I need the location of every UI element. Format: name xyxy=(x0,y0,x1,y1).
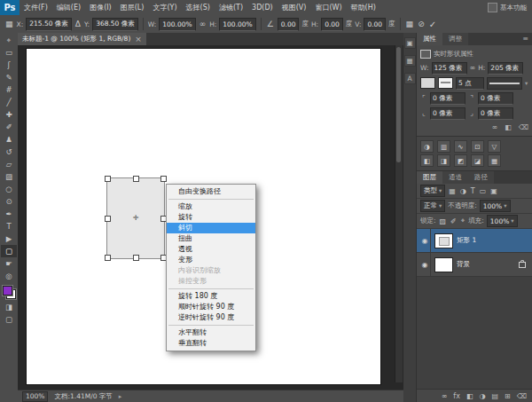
cm-perspective[interactable]: 透视 xyxy=(167,244,255,255)
menu-filter[interactable]: 滤镜(T) xyxy=(215,0,247,15)
type-tool[interactable]: T xyxy=(1,220,17,233)
tab-paths[interactable]: 路径 xyxy=(468,171,494,184)
relative-position-delta-icon[interactable]: Δ xyxy=(74,20,82,28)
cm-rotate-180[interactable]: 旋转 180 度 xyxy=(167,291,255,302)
adjustment-vibrance-icon[interactable]: ▽ xyxy=(488,140,501,153)
opacity-select[interactable]: 100% ▾ xyxy=(480,200,511,212)
hand-tool[interactable]: ☛ xyxy=(1,257,17,270)
close-tab-icon[interactable]: × xyxy=(135,35,142,43)
menu-view[interactable]: 视图(V) xyxy=(278,0,311,15)
layer-thumbnail[interactable] xyxy=(434,257,453,272)
link-dimensions-icon[interactable]: ∞ xyxy=(470,64,476,72)
cm-flip-vertical[interactable]: 垂直翻转 xyxy=(167,338,255,349)
layer-filter-select[interactable]: 类型 ▾ xyxy=(420,185,445,197)
filter-shape-layers-icon[interactable]: ▭ xyxy=(479,187,488,195)
menu-layer[interactable]: 图层(L) xyxy=(116,0,149,15)
menu-select[interactable]: 选择(S) xyxy=(182,0,215,15)
document-tab[interactable]: 未标题-1 @ 100% (矩形 1, RGB/8) × xyxy=(18,33,146,45)
menu-window[interactable]: 窗口(W) xyxy=(310,0,346,15)
cancel-transform-icon[interactable]: ⊘ xyxy=(417,20,426,28)
cm-rotate-90-ccw[interactable]: 逆时针旋转 90 度 xyxy=(167,312,255,323)
adjustment-channel-mixer-icon[interactable]: ▦ xyxy=(488,154,501,167)
adjustment-curves-icon[interactable]: ∿ xyxy=(454,140,467,153)
shape-width-field[interactable]: 125 像素 xyxy=(432,62,467,75)
adjustment-black-white-icon[interactable]: ◩ xyxy=(454,154,467,167)
vskew-field[interactable]: 0.00 xyxy=(364,18,386,31)
eraser-tool[interactable]: ▱ xyxy=(1,158,17,170)
radius-bl-field[interactable]: 0 像素 xyxy=(430,107,466,120)
tab-adjustments[interactable]: 调整 xyxy=(442,33,468,45)
shape-stroke-swatch[interactable] xyxy=(438,77,453,89)
adjustment-brightness-contrast-icon[interactable]: ◑ xyxy=(420,140,434,153)
quick-selection-tool[interactable]: ✎ xyxy=(1,71,17,83)
brush-tool[interactable]: ✐ xyxy=(1,121,17,133)
filter-adjustment-layers-icon[interactable]: ◑ xyxy=(459,187,467,195)
reset-button-icon[interactable]: ⌫ xyxy=(519,123,528,131)
transform-bounding-box[interactable]: ✛ xyxy=(106,177,165,259)
zoom-level-field[interactable]: 100% xyxy=(22,391,48,402)
filter-pixel-layers-icon[interactable]: ▦ xyxy=(448,187,457,195)
adjustment-exposure-icon[interactable]: ⊡ xyxy=(471,140,484,153)
vertical-scrollbar[interactable] xyxy=(395,45,403,382)
layer-name[interactable]: 背景 xyxy=(457,260,470,269)
move-tool[interactable]: ⌖ xyxy=(1,34,17,46)
swatches-panel-icon[interactable]: ▦ xyxy=(404,55,416,67)
scrollbar-thumb[interactable] xyxy=(396,47,401,162)
workspace-switcher[interactable]: 基本功能 xyxy=(488,3,527,12)
transform-handle-sw[interactable] xyxy=(105,255,111,261)
layer-row-background[interactable]: ◉ 背景 xyxy=(417,253,532,277)
mask-button-icon[interactable]: ◧ xyxy=(505,123,512,131)
fill-select[interactable]: 100% ▾ xyxy=(487,215,518,227)
new-group-icon[interactable]: ▤ xyxy=(491,392,498,400)
reference-point-locator-icon[interactable]: ▦ xyxy=(4,20,14,28)
visibility-eye-icon[interactable]: ◉ xyxy=(419,253,431,276)
transform-x-field[interactable]: 215.50 像素 xyxy=(26,18,72,31)
cm-rotate-90-cw[interactable]: 顺时针旋转 90 度 xyxy=(167,302,255,312)
menu-type[interactable]: 文字(Y) xyxy=(148,0,181,15)
lock-transparent-pixels-icon[interactable]: ▨ xyxy=(439,217,448,225)
transform-h-field[interactable]: 100.00% xyxy=(219,18,255,31)
healing-brush-tool[interactable]: ✚ xyxy=(1,108,17,121)
clone-stamp-tool[interactable]: ♟ xyxy=(1,133,17,146)
transform-handle-w[interactable] xyxy=(105,216,111,222)
transform-y-field[interactable]: 368.50 像素 xyxy=(92,18,138,31)
transform-handle-s[interactable] xyxy=(133,255,139,261)
transform-handle-nw[interactable] xyxy=(105,176,111,182)
screen-mode-icon[interactable]: ▢ xyxy=(1,313,17,326)
blur-tool[interactable]: ○ xyxy=(1,183,17,195)
transform-reference-point[interactable]: ✛ xyxy=(133,215,139,222)
tab-channels[interactable]: 通道 xyxy=(442,171,468,184)
path-selection-tool[interactable]: ▶ xyxy=(1,233,17,245)
adjustment-photo-filter-icon[interactable]: ◪ xyxy=(471,154,484,167)
quick-mask-mode-icon[interactable]: ◨ xyxy=(1,301,17,313)
adjustment-hue-saturation-icon[interactable]: ◧ xyxy=(420,154,434,167)
crop-tool[interactable]: # xyxy=(1,83,17,96)
radius-br-field[interactable]: 0 像素 xyxy=(478,107,513,120)
new-adjustment-layer-icon[interactable]: ◑ xyxy=(479,392,485,400)
lasso-tool[interactable]: ʃ xyxy=(1,59,17,71)
filter-smart-objects-icon[interactable]: ▣ xyxy=(489,187,498,195)
stroke-type-select[interactable] xyxy=(487,77,522,90)
radius-tl-field[interactable]: 0 像素 xyxy=(430,92,466,105)
filter-type-layers-icon[interactable]: T xyxy=(470,187,476,195)
add-layer-mask-icon[interactable]: ◧ xyxy=(466,392,473,400)
lock-position-icon[interactable]: ⌖ xyxy=(460,217,466,225)
shape-fill-swatch[interactable] xyxy=(420,77,435,89)
adjustment-levels-icon[interactable]: ▥ xyxy=(437,140,450,153)
layer-row-rectangle-1[interactable]: ◉ 矩形 1 xyxy=(417,229,532,253)
menu-edit[interactable]: 编辑(E) xyxy=(52,0,85,15)
maintain-aspect-ratio-icon[interactable]: ∞ xyxy=(199,20,207,28)
transform-handle-ne[interactable] xyxy=(160,176,167,182)
warp-mode-toggle-icon[interactable]: ▦ xyxy=(405,20,415,28)
cm-warp[interactable]: 变形 xyxy=(167,255,255,265)
status-options-arrow-icon[interactable]: ▸ xyxy=(119,393,122,400)
blend-mode-select[interactable]: 正常 ▾ xyxy=(420,200,445,212)
cm-distort[interactable]: 扭曲 xyxy=(167,233,255,244)
layer-thumbnail[interactable] xyxy=(434,233,453,248)
shape-height-field[interactable]: 205 像素 xyxy=(488,62,523,75)
tab-properties[interactable]: 属性 xyxy=(417,33,442,45)
link-radius-icon[interactable]: ∞ xyxy=(491,123,497,131)
pen-tool[interactable]: ✒ xyxy=(1,208,17,220)
delete-layer-icon[interactable]: ⌫ xyxy=(517,392,527,400)
layer-name[interactable]: 矩形 1 xyxy=(457,236,476,245)
